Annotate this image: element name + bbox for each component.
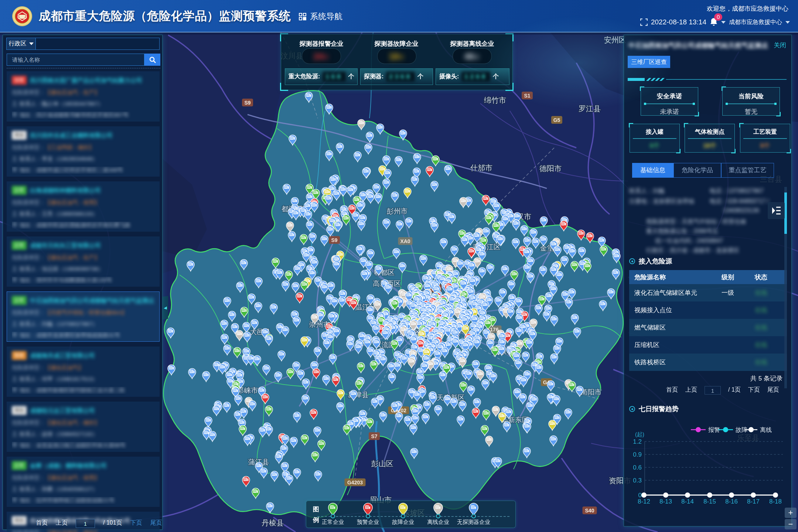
- svg-text:1.2: 1.2: [633, 438, 642, 445]
- svg-text:S7: S7: [371, 433, 377, 439]
- svg-text:0.9: 0.9: [633, 451, 642, 458]
- svg-text:(起): (起): [635, 431, 644, 437]
- svg-text:0.6: 0.6: [633, 464, 642, 471]
- svg-text:彭州市: 彭州市: [387, 207, 408, 215]
- svg-text:0.3: 0.3: [633, 477, 642, 484]
- svg-text:S40: S40: [585, 508, 594, 514]
- svg-text:8-14: 8-14: [681, 498, 694, 505]
- svg-text:丹棱县: 丹棱县: [262, 519, 284, 527]
- svg-text:绵竹市: 绵竹市: [484, 96, 506, 104]
- svg-text:S9: S9: [244, 100, 250, 106]
- svg-text:离线: 离线: [760, 427, 772, 433]
- svg-text:8-16: 8-16: [725, 498, 738, 505]
- svg-text:8-12: 8-12: [638, 498, 650, 505]
- svg-text:简阳市: 简阳市: [581, 388, 602, 396]
- svg-text:德阳市: 德阳市: [539, 164, 562, 173]
- svg-text:G5: G5: [553, 117, 560, 123]
- svg-text:8-18: 8-18: [769, 498, 782, 505]
- svg-text:8-15: 8-15: [703, 498, 716, 505]
- svg-text:XA0: XA0: [400, 238, 410, 244]
- svg-text:G4203: G4203: [347, 480, 363, 485]
- svg-text:什邡市: 什邡市: [470, 164, 492, 172]
- svg-text:8-13: 8-13: [659, 498, 672, 505]
- svg-text:彭山区: 彭山区: [371, 460, 393, 468]
- svg-text:8-17: 8-17: [747, 498, 760, 505]
- svg-text:S9: S9: [331, 237, 337, 243]
